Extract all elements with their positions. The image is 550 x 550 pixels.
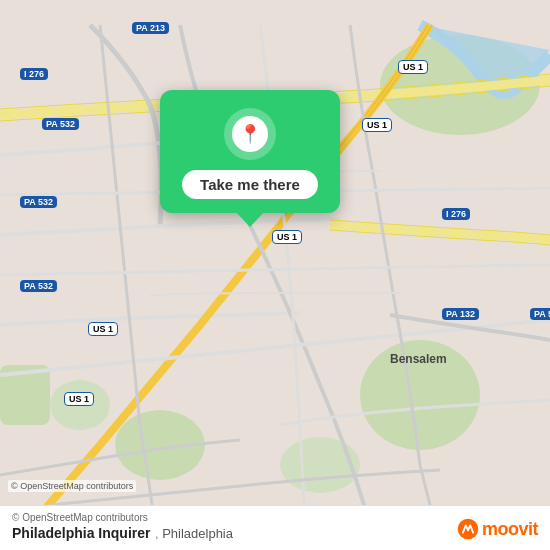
bottom-bar: © OpenStreetMap contributors Philadelphi… bbox=[0, 505, 550, 550]
badge-pa-right: PA 5 bbox=[530, 308, 550, 320]
badge-pa213: PA 213 bbox=[132, 22, 169, 34]
location-icon-wrapper: 📍 bbox=[224, 108, 276, 160]
osm-credit: © OpenStreetMap contributors bbox=[8, 480, 136, 492]
bottom-bar-subtitle: Philadelphia bbox=[162, 526, 233, 541]
bottom-bar-row: © OpenStreetMap contributors Philadelphi… bbox=[12, 512, 538, 542]
badge-i276-1: I 276 bbox=[20, 68, 48, 80]
location-icon-inner: 📍 bbox=[232, 116, 268, 152]
moovit-logo: moovit bbox=[457, 518, 538, 540]
badge-pa532-3: PA 532 bbox=[20, 280, 57, 292]
badge-us1-3: US 1 bbox=[272, 230, 302, 244]
badge-us1-1: US 1 bbox=[398, 60, 428, 74]
bottom-bar-title: Philadelphia Inquirer bbox=[12, 525, 150, 541]
badge-us1-2: US 1 bbox=[362, 118, 392, 132]
map-container: I 276 PA 213 PA 532 PA 532 PA 532 US 1 U… bbox=[0, 0, 550, 550]
info-card: 📍 Take me there bbox=[160, 90, 340, 213]
badge-pa532-2: PA 532 bbox=[20, 196, 57, 208]
badge-i276-2: I 276 bbox=[442, 208, 470, 220]
osm-copyright: © OpenStreetMap contributors bbox=[12, 512, 233, 523]
badge-us1-4: US 1 bbox=[88, 322, 118, 336]
take-me-there-button[interactable]: Take me there bbox=[182, 170, 318, 199]
badge-pa532-1: PA 532 bbox=[42, 118, 79, 130]
badge-pa132: PA 132 bbox=[442, 308, 479, 320]
bensalem-label: Bensalem bbox=[390, 352, 447, 366]
location-pin-icon: 📍 bbox=[239, 123, 261, 145]
badge-us1-5: US 1 bbox=[64, 392, 94, 406]
moovit-text: moovit bbox=[482, 519, 538, 540]
svg-point-5 bbox=[280, 437, 360, 493]
